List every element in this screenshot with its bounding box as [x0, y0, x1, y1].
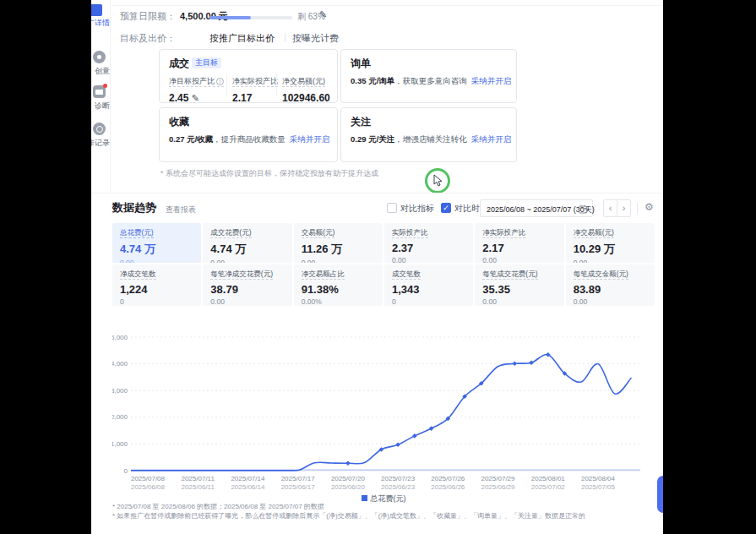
goal-card-inquiry-title: 询单 [351, 57, 371, 71]
calendar-icon [579, 204, 587, 214]
x-tick-label-compare: 2025/06/08 [131, 483, 166, 491]
metric-divider [276, 74, 277, 95]
trend-line-chart[interactable]: 01,0002,0003,0004,0005,0002025/07/082025… [112, 328, 655, 493]
gear-icon[interactable]: ⚙ [645, 201, 654, 213]
metric-label[interactable]: 净目标投产比i [169, 77, 224, 87]
prev-period-button[interactable]: ‹ [604, 200, 617, 216]
footnote-2: * 如果推广在暂停或删除前已经获得了曝光，那么在暂停或删除后展示「(净)交易额」… [112, 511, 585, 520]
trend-metric-card-10[interactable]: 成交笔数1,3430 [384, 264, 473, 306]
goal-card-follow: 关注 0.29 元/关注，增强店铺关注转化采纳并开启 [340, 107, 517, 162]
info-icon[interactable]: i [216, 78, 224, 85]
trend-metric-card-6[interactable]: 净交易额(元)10.29 万0.00 [566, 223, 655, 263]
x-tick-label-compare: 2025/06/11 [181, 483, 215, 491]
x-tick-label-compare: 2025/07/02 [531, 483, 566, 491]
trend-metric-compare-value: 0.00% [302, 297, 375, 306]
compare-metric-checkbox[interactable] [387, 203, 397, 213]
date-range-picker[interactable]: 2025/06/08 ~ 2025/07/07 (30天) [480, 199, 593, 217]
floating-side-tab[interactable] [657, 476, 663, 513]
x-tick-label-current: 2025/07/08 [131, 475, 166, 482]
trend-metric-card-11[interactable]: 每笔成交花费(元)35.350.00 [475, 264, 563, 306]
trend-metric-value: 2.37 [392, 242, 465, 254]
main-series-line [131, 354, 632, 471]
section-divider [91, 193, 663, 193]
trend-metric-compare-value: 0.00 [482, 256, 556, 263]
x-tick-label-current: 2025/07/20 [331, 475, 366, 482]
sidebar-item-creative[interactable]: 创意 [91, 66, 110, 77]
sidebar-item-promo-detail[interactable]: 推广详情 [91, 18, 110, 29]
adopt-enable-link[interactable]: 采纳并开启 [290, 134, 330, 144]
footnote-1: * 2025/07/08 至 2025/08/06 的数据；2025/06/08… [112, 502, 324, 511]
trend-metric-card-8[interactable]: 每笔净成交花费(元)38.790.00 [203, 264, 291, 306]
trend-metric-value: 11.26 万 [302, 242, 375, 257]
metric-label[interactable]: 净交易额(元) [282, 77, 325, 87]
metric-value: 102946.60 [282, 92, 330, 104]
trend-metric-card-12[interactable]: 每笔成交金额(元)83.890.00 [566, 264, 655, 306]
data-point-marker [412, 433, 417, 439]
sidebar-divider [110, 0, 111, 193]
goal-card-deal-title: 成交 [169, 57, 189, 71]
bidding-option-by-goal[interactable]: 按推广目标出价 [209, 32, 275, 45]
clock-glyph [96, 126, 103, 133]
next-period-button[interactable]: › [617, 200, 630, 216]
deal-metric-target-roi: 净目标投产比i 2.45 ✎ [169, 72, 224, 104]
adopt-enable-link[interactable]: 采纳并开启 [471, 76, 512, 85]
y-tick-label: 2,000 [112, 413, 128, 421]
trend-metric-label: 总花费(元) [120, 228, 193, 238]
trend-metric-compare-value: 0.00 [210, 297, 284, 306]
x-tick-label-current: 2025/07/23 [381, 475, 416, 482]
trend-metric-value: 91.38% [302, 283, 375, 296]
trend-metric-card-3[interactable]: 交易额(元)11.26 万0.00 [294, 223, 383, 263]
trend-metric-value: 38.79 [210, 283, 284, 296]
trend-metric-label: 净成交笔数 [120, 270, 193, 280]
trend-metric-card-9[interactable]: 净交易额占比91.38%0.00% [294, 264, 383, 306]
x-tick-label-compare: 2025/06/26 [431, 483, 465, 491]
sidebar-active-indicator[interactable] [91, 4, 102, 16]
data-point-marker [429, 426, 434, 431]
trend-metric-value: 83.89 [574, 283, 647, 296]
y-tick-label: 3,000 [112, 387, 128, 395]
view-report-link[interactable]: 查看报表 [166, 204, 196, 215]
trend-metric-compare-value: 0.00 [302, 259, 375, 263]
metric-value: 2.45 ✎ [169, 92, 224, 104]
controls-divider [637, 203, 638, 214]
x-tick-label-current: 2025/07/29 [481, 475, 515, 482]
creative-bulb-icon[interactable] [93, 51, 106, 63]
trend-metric-compare-value: 0 [120, 297, 193, 306]
bidding-label: 目标及出价： [120, 32, 176, 45]
x-tick-label-current: 2025/07/11 [181, 475, 215, 482]
trend-section-title: 数据趋势 [112, 200, 156, 215]
trend-metric-card-5[interactable]: 净实际投产比2.170.00 [475, 223, 563, 263]
x-tick-label-compare: 2025/06/17 [281, 483, 316, 491]
metric-value: 2.17 [232, 92, 278, 104]
y-tick-label: 5,000 [112, 334, 128, 341]
trend-metric-value: 10.29 万 [574, 242, 647, 257]
data-point-marker [529, 361, 534, 366]
history-clock-icon[interactable] [93, 123, 106, 135]
sidebar-item-history[interactable]: 操作记录 [91, 138, 110, 149]
deal-metric-actual-roi: 净实际投产比 2.17 [232, 72, 278, 104]
trend-metric-compare-value: 0.00 [574, 259, 647, 263]
trend-metric-card-2[interactable]: 成交花费(元)4.74 万0.00 [203, 223, 291, 263]
deal-metric-net-gmv: 净交易额(元) 102946.60 [282, 72, 330, 104]
x-tick-label-current: 2025/07/26 [431, 475, 465, 482]
trend-metric-card-4[interactable]: 实际投产比2.370.00 [384, 223, 473, 263]
sidebar-item-diagnosis[interactable]: 诊断 [91, 101, 110, 112]
y-tick-label: 1,000 [112, 440, 128, 448]
x-tick-label-current: 2025/07/17 [281, 475, 316, 482]
trend-metric-label: 净交易额(元) [574, 228, 647, 238]
campaign-detail-panel: 推广详情 创意 诊断 操作记录 预算日限额： 4,500.00 元 剩 63% … [91, 0, 663, 534]
bulb-glyph [97, 55, 101, 59]
header-divider [111, 5, 663, 6]
edit-roi-icon[interactable]: ✎ [192, 93, 199, 103]
trend-metric-value: 1,343 [392, 283, 465, 296]
budget-edit-icon[interactable]: ✎ [319, 9, 327, 20]
adopt-enable-link[interactable]: 采纳并开启 [471, 134, 512, 144]
trend-metric-label: 每笔成交花费(元) [482, 270, 556, 280]
trend-metric-grid: 总花费(元)4.74 万0.00成交花费(元)4.74 万0.00交易额(元)1… [112, 223, 655, 306]
trend-metric-card-7[interactable]: 净成交笔数1,2240 [112, 264, 201, 306]
compare-time-checkbox[interactable]: ✓ [441, 203, 451, 213]
metric-label[interactable]: 净实际投产比 [232, 77, 278, 87]
bidding-option-by-impression[interactable]: 按曝光计费 [292, 32, 339, 45]
trend-metric-card-1[interactable]: 总花费(元)4.74 万0.00 [112, 223, 201, 263]
trend-metric-compare-value: 0 [392, 297, 465, 306]
